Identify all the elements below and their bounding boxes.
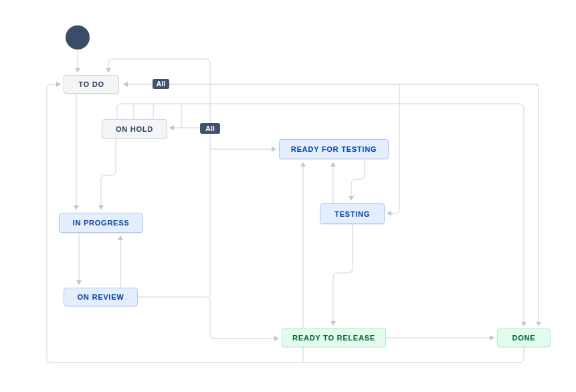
transition-line (351, 159, 365, 196)
transition-connector[interactable] (330, 162, 336, 203)
transition-line (101, 138, 116, 205)
arrowhead-icon (272, 146, 276, 152)
all-transition-badge[interactable]: All (153, 79, 169, 89)
arrowhead-icon (387, 211, 391, 216)
status-node-ready-to-release[interactable]: READY TO RELEASE (282, 328, 386, 347)
arrowhead-icon (169, 125, 174, 130)
arrowhead-icon (106, 68, 111, 73)
arrowhead-icon (521, 322, 526, 326)
transition-connector[interactable] (75, 50, 80, 73)
all-transition-badge[interactable]: All (200, 123, 220, 134)
transition-line (333, 224, 353, 321)
arrowhead-icon (274, 336, 279, 341)
transition-connector[interactable] (210, 146, 276, 152)
transition-line (138, 297, 274, 338)
status-node-ready-for-testing[interactable]: READY FOR TESTING (279, 139, 389, 159)
transition-connector[interactable] (74, 94, 79, 210)
arrowhead-icon (76, 280, 82, 285)
arrowhead-icon (300, 162, 306, 167)
arrowhead-icon (56, 82, 61, 87)
arrowhead-icon (330, 162, 336, 167)
status-node-done[interactable]: DONE (497, 328, 551, 347)
transition-line (108, 59, 210, 297)
status-node-testing[interactable]: TESTING (320, 203, 385, 224)
transition-connector[interactable] (169, 125, 201, 130)
arrowhead-icon (123, 82, 128, 87)
status-node-in-progress[interactable]: IN PROGRESS (59, 213, 143, 233)
arrowhead-icon (330, 321, 336, 326)
status-node-to-do[interactable]: TO DO (64, 75, 119, 94)
status-node-on-review[interactable]: ON REVIEW (64, 288, 138, 306)
arrowhead-icon (118, 235, 123, 240)
arrowhead-icon (536, 322, 541, 326)
arrowhead-icon (490, 335, 494, 340)
transition-connector[interactable] (76, 233, 82, 285)
arrowhead-icon (74, 205, 79, 210)
transition-connector[interactable] (98, 138, 116, 210)
initial-status-node[interactable] (66, 25, 90, 50)
transition-connector[interactable] (118, 235, 123, 288)
arrowhead-icon (98, 205, 104, 210)
status-node-on-hold[interactable]: ON HOLD (102, 119, 167, 138)
transition-connector[interactable] (106, 59, 210, 297)
transition-connector[interactable] (386, 335, 494, 340)
workflow-canvas: TO DOON HOLDREADY FOR TESTINGTESTINGIN P… (0, 0, 576, 392)
transition-connector[interactable] (138, 297, 279, 341)
arrowhead-icon (349, 196, 354, 201)
transition-connector[interactable] (349, 159, 365, 201)
transition-connector[interactable] (330, 224, 353, 326)
arrowhead-icon (75, 68, 80, 73)
